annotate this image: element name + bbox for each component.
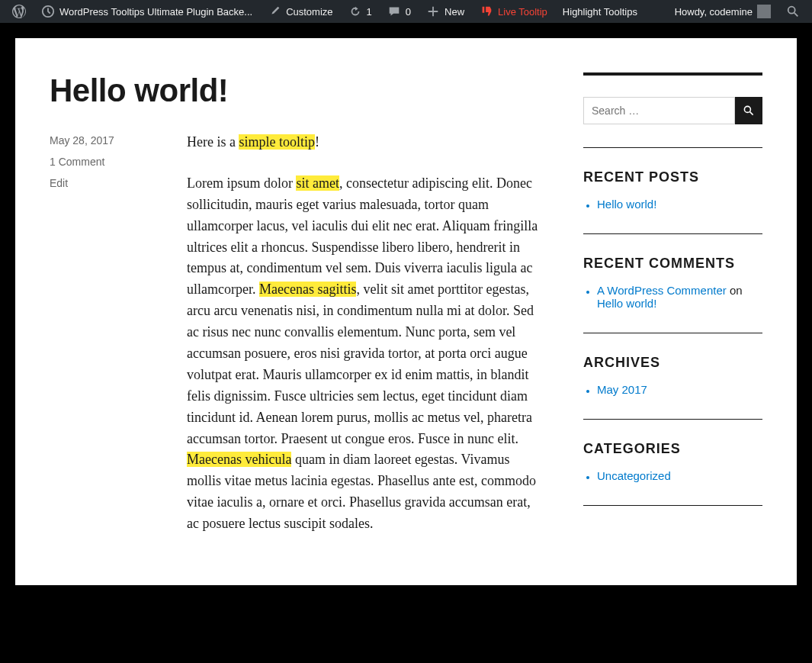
search-input[interactable] <box>583 97 735 124</box>
highlight-tooltips-link[interactable]: Highlight Tooltips <box>557 0 644 23</box>
search-icon <box>786 5 800 18</box>
site-name[interactable]: WordPress Tooltips Ultimate Plugin Backe… <box>35 0 258 23</box>
site-name-label: WordPress Tooltips Ultimate Plugin Backe… <box>59 6 252 18</box>
recent-comments-list: A WordPress Commenter on Hello world! <box>583 284 762 310</box>
divider <box>583 505 762 506</box>
comments-link[interactable]: 0 <box>381 0 417 23</box>
recent-posts-list: Hello world! <box>583 198 762 211</box>
comment-icon <box>387 5 401 18</box>
highlight-tooltips-label: Highlight Tooltips <box>563 6 637 18</box>
search-toggle[interactable] <box>780 0 806 23</box>
categories-list: Uncategorized <box>583 469 762 482</box>
divider <box>583 233 762 234</box>
list-item: Uncategorized <box>597 469 762 482</box>
plus-icon <box>426 5 440 18</box>
divider <box>583 419 762 420</box>
category-link[interactable]: Uncategorized <box>597 469 671 482</box>
search-widget <box>583 97 762 124</box>
refresh-icon <box>348 5 362 18</box>
account-link[interactable]: Howdy, codemine <box>669 0 777 23</box>
live-tooltip-label: Live Tooltip <box>498 6 547 18</box>
search-button[interactable] <box>735 97 762 124</box>
intro-paragraph: Here is a simple tooltip! <box>187 132 545 153</box>
archives-heading: ARCHIVES <box>583 355 762 371</box>
brush-icon <box>268 5 281 18</box>
updates-count: 1 <box>367 6 372 18</box>
tooltip-highlight[interactable]: simple tooltip <box>239 134 315 150</box>
search-icon <box>743 105 755 117</box>
new-label: New <box>445 6 464 18</box>
avatar <box>757 5 771 18</box>
archives-list: May 2017 <box>583 383 762 396</box>
body-paragraph: Lorem ipsum dolor sit amet, consectetur … <box>187 173 545 535</box>
post-meta: May 28, 2017 1 Comment Edit <box>50 132 156 555</box>
live-tooltip-link[interactable]: Live Tooltip <box>473 0 554 23</box>
tooltip-highlight[interactable]: Maecenas vehicula <box>187 452 291 467</box>
categories-heading: CATEGORIES <box>583 441 762 457</box>
new-link[interactable]: New <box>420 0 470 23</box>
comments-count: 0 <box>406 6 411 18</box>
wp-logo[interactable] <box>6 0 32 23</box>
post-edit-link[interactable]: Edit <box>50 175 156 193</box>
main-column: Hello world! May 28, 2017 1 Comment Edit… <box>50 72 545 555</box>
archive-link[interactable]: May 2017 <box>597 383 647 396</box>
wp-admin-bar: WordPress Tooltips Ultimate Plugin Backe… <box>0 0 812 23</box>
customize-label: Customize <box>286 6 332 18</box>
recent-posts-heading: RECENT POSTS <box>583 169 762 185</box>
post-date[interactable]: May 28, 2017 <box>50 132 156 150</box>
divider <box>583 147 762 148</box>
dashboard-icon <box>41 5 55 18</box>
svg-point-2 <box>744 106 750 112</box>
howdy-label: Howdy, codemine <box>675 6 753 18</box>
stage: Hello world! May 28, 2017 1 Comment Edit… <box>0 23 812 600</box>
post-title: Hello world! <box>50 72 545 109</box>
list-item: Hello world! <box>597 198 762 211</box>
thumb-down-icon <box>480 5 493 18</box>
recent-post-link[interactable]: Hello world! <box>597 198 656 211</box>
comment-post-link[interactable]: Hello world! <box>597 297 656 310</box>
list-item: A WordPress Commenter on Hello world! <box>597 284 762 310</box>
recent-comments-heading: RECENT COMMENTS <box>583 256 762 272</box>
tooltip-highlight[interactable]: sit amet <box>296 175 339 191</box>
sidebar: RECENT POSTS Hello world! RECENT COMMENT… <box>583 72 762 555</box>
updates-link[interactable]: 1 <box>342 0 378 23</box>
divider <box>583 333 762 333</box>
divider <box>583 72 762 76</box>
post-comments-link[interactable]: 1 Comment <box>50 153 156 172</box>
commenter-link[interactable]: A WordPress Commenter <box>597 284 727 297</box>
list-item: May 2017 <box>597 383 762 396</box>
svg-point-1 <box>788 7 795 14</box>
post-content: Here is a simple tooltip! Lorem ipsum do… <box>187 132 545 555</box>
wordpress-icon <box>12 5 26 18</box>
page: Hello world! May 28, 2017 1 Comment Edit… <box>15 38 797 585</box>
customize-link[interactable]: Customize <box>262 0 339 23</box>
tooltip-highlight[interactable]: Maecenas sagittis <box>259 282 356 297</box>
